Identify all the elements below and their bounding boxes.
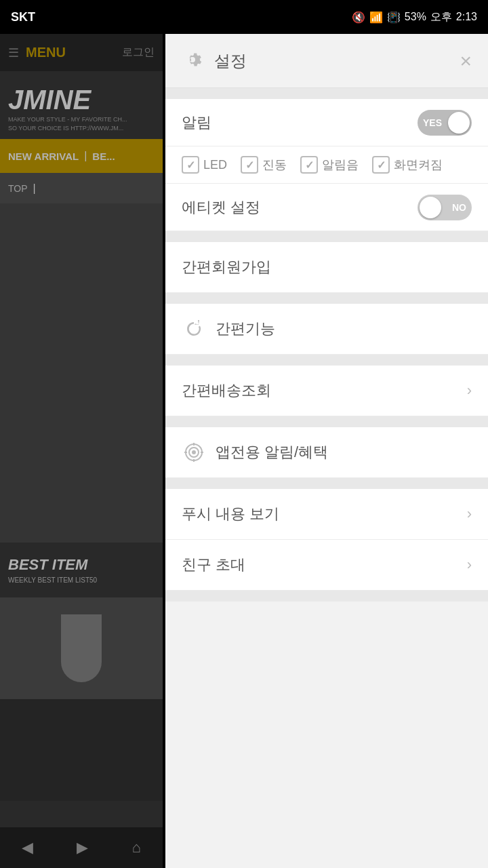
section-separator-bottom xyxy=(165,591,488,601)
shipping-label: 간편배송조회 xyxy=(182,380,467,401)
refresh-icon xyxy=(182,317,206,341)
app-alerts-row: 앱전용 알림/혜택 xyxy=(165,427,488,478)
toggle-no-text: NO xyxy=(452,202,466,213)
push-view-arrow-icon: › xyxy=(467,505,472,523)
target-icon xyxy=(182,440,206,465)
led-checkbox-icon xyxy=(182,156,199,174)
etiquette-label: 에티켓 설정 xyxy=(182,197,418,218)
led-checkbox-item[interactable]: LED xyxy=(182,156,227,174)
screen-label: 화면켜짐 xyxy=(394,157,443,173)
section-separator-5 xyxy=(165,416,488,427)
app-alerts-label: 앱전용 알림/혜택 xyxy=(216,442,472,462)
sound-label: 알림음 xyxy=(322,157,359,173)
section-separator-2 xyxy=(165,231,488,242)
vibration-checkbox-item[interactable]: 진동 xyxy=(241,156,287,174)
section-separator-3 xyxy=(165,293,488,304)
battery-label: 53% xyxy=(405,11,426,23)
push-view-label: 푸시 내용 보기 xyxy=(182,504,467,524)
carrier-label: SKT xyxy=(11,10,35,24)
section-separator-1 xyxy=(165,88,488,99)
close-button[interactable]: × xyxy=(460,50,472,73)
section-separator-4 xyxy=(165,355,488,366)
toggle-yes-text: YES xyxy=(423,117,442,128)
status-right: 🔇 📶 📳 53% 오후 2:13 xyxy=(352,10,477,24)
etiquette-toggle[interactable]: NO xyxy=(418,195,472,220)
sound-checkbox-icon xyxy=(300,156,318,174)
mute-icon: 🔇 xyxy=(352,11,365,24)
etiquette-row: 에티켓 설정 NO xyxy=(165,184,488,231)
svg-point-2 xyxy=(192,451,195,454)
time-period: 오후 xyxy=(430,10,452,24)
invite-arrow-icon: › xyxy=(467,556,472,574)
alert-row: 알림 YES xyxy=(165,99,488,146)
status-bar: SKT 🔇 📶 📳 53% 오후 2:13 xyxy=(0,0,488,34)
screen-checkbox-item[interactable]: 화면켜짐 xyxy=(372,156,443,174)
shipping-arrow-icon: › xyxy=(467,382,472,399)
push-view-row[interactable]: 푸시 내용 보기 › xyxy=(165,489,488,540)
vibration-label: 진동 xyxy=(262,157,287,173)
settings-panel: 설정 × 알림 YES LED 진동 알림음 화면켜짐 에티켓 설정 xyxy=(165,34,488,868)
gear-icon xyxy=(182,49,206,73)
section-separator-6 xyxy=(165,478,488,489)
settings-title: 설정 xyxy=(214,50,247,72)
screen-checkbox-icon xyxy=(372,156,390,174)
vibration-checkbox-icon xyxy=(241,156,258,174)
settings-header: 설정 × xyxy=(165,34,488,88)
wifi-icon: 📶 xyxy=(369,11,383,24)
alert-toggle[interactable]: YES xyxy=(418,110,472,136)
checkboxes-row: LED 진동 알림음 화면켜짐 xyxy=(165,146,488,184)
quick-join-label: 간편회원가입 xyxy=(182,257,472,277)
signal-icon: 📳 xyxy=(387,11,401,24)
led-label: LED xyxy=(203,158,227,172)
alert-label: 알림 xyxy=(182,113,418,133)
invite-label: 친구 초대 xyxy=(182,555,467,575)
sound-checkbox-item[interactable]: 알림음 xyxy=(300,156,359,174)
quick-func-label: 간편기능 xyxy=(216,319,472,339)
quick-func-row: 간편기능 xyxy=(165,304,488,355)
quick-join-row[interactable]: 간편회원가입 xyxy=(165,242,488,293)
invite-row[interactable]: 친구 초대 › xyxy=(165,540,488,591)
shipping-row[interactable]: 간편배송조회 › xyxy=(165,366,488,416)
time-label: 2:13 xyxy=(456,11,477,23)
